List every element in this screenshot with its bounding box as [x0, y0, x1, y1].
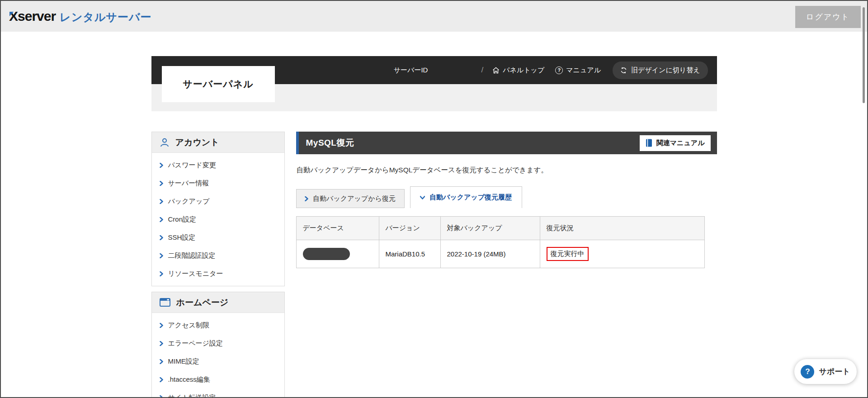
chevron-right-icon — [305, 196, 308, 201]
manual-link[interactable]: ? マニュアル — [555, 66, 601, 75]
chevron-right-icon — [160, 323, 163, 328]
xserver-logo[interactable]: Xserver レンタルサーバー — [9, 9, 151, 24]
question-icon: ? — [801, 365, 814, 379]
sidebar-item-label: .htaccess編集 — [168, 375, 210, 384]
logo-x-accent — [9, 12, 14, 16]
sidebar-item-cron[interactable]: Cron設定 — [152, 210, 284, 228]
sidebar-item-label: リソースモニター — [168, 270, 223, 278]
sidebar-item-label: エラーページ設定 — [168, 339, 223, 348]
chevron-right-icon — [160, 341, 163, 346]
sidebar-section-account: アカウント パスワード変更 サーバー情報 バックアッ — [151, 132, 285, 286]
page-title: MySQL復元 — [306, 137, 354, 149]
sidebar-item-mime[interactable]: MIME設定 — [152, 352, 284, 370]
nav-separator: / — [481, 66, 483, 75]
server-panel-title: サーバーパネル — [162, 66, 275, 102]
cell-target-backup: 2022-10-19 (24MB) — [440, 240, 540, 268]
cell-version: MariaDB10.5 — [379, 240, 440, 268]
chevron-right-icon — [160, 217, 163, 222]
sidebar-item-ssh[interactable]: SSH設定 — [152, 228, 284, 246]
cell-restore-status: 復元実行中 — [540, 240, 704, 268]
tab-label: 自動バックアップから復元 — [313, 194, 396, 203]
logout-button[interactable]: ログアウト — [795, 6, 861, 28]
panel-nav: サーバーID / パネルトップ ? マニュアル — [394, 62, 708, 79]
chevron-right-icon — [160, 235, 163, 240]
support-label: サポート — [819, 366, 850, 377]
switch-old-design-button[interactable]: 旧デザインに切り替え — [613, 62, 708, 79]
top-header: Xserver レンタルサーバー ログアウト — [1, 1, 867, 32]
chevron-right-icon — [160, 181, 163, 186]
chevron-right-icon — [160, 271, 163, 276]
sidebar-item-label: サーバー情報 — [168, 179, 209, 188]
sidebar-item-password-change[interactable]: パスワード変更 — [152, 156, 284, 174]
tab-restore-history[interactable]: 自動バックアップ復元履歴 — [410, 186, 522, 208]
status-badge: 復元実行中 — [547, 247, 589, 261]
chevron-down-icon — [420, 196, 425, 199]
chevron-right-icon — [160, 163, 163, 168]
logo-text-xserver: Xserver — [9, 9, 56, 24]
table-header-row: データベース バージョン 対象バックアップ 復元状況 — [296, 217, 704, 240]
sidebar-item-two-factor[interactable]: 二段階認証設定 — [152, 246, 284, 265]
sidebar-item-label: アクセス制限 — [168, 321, 209, 330]
sidebar-header-homepage: ホームページ — [152, 292, 284, 313]
column-header-target-backup: 対象バックアップ — [440, 217, 540, 240]
book-icon — [646, 139, 652, 147]
sidebar-item-label: サイト転送設定 — [168, 393, 216, 398]
panel-top-label: パネルトップ — [503, 66, 544, 75]
sidebar-item-label: SSH設定 — [168, 233, 196, 242]
sidebar-item-server-info[interactable]: サーバー情報 — [152, 174, 284, 192]
chevron-right-icon — [160, 199, 163, 204]
user-icon — [160, 137, 170, 147]
column-header-database: データベース — [296, 217, 379, 240]
sidebar-header-account: アカウント — [152, 132, 284, 153]
table-row: MariaDB10.5 2022-10-19 (24MB) 復元実行中 — [296, 240, 704, 268]
sidebar-item-list: アクセス制限 エラーページ設定 MIME設定 .htaccess編集 — [152, 313, 284, 398]
sidebar-item-list: パスワード変更 サーバー情報 バックアップ Cron設定 — [152, 153, 284, 286]
column-header-version: バージョン — [379, 217, 440, 240]
switch-old-design-label: 旧デザインに切り替え — [631, 66, 700, 75]
related-manual-label: 関連マニュアル — [656, 139, 705, 147]
panel-nav-bar: サーバーパネル サーバーID / パネルトップ — [151, 56, 717, 84]
sidebar-item-site-transfer[interactable]: サイト転送設定 — [152, 389, 284, 398]
page-title-bar: MySQL復元 関連マニュアル — [296, 132, 717, 154]
tab-label: 自動バックアップ復元履歴 — [429, 193, 512, 202]
tab-bar: 自動バックアップから復元 自動バックアップ復元履歴 — [296, 186, 717, 208]
server-panel-header: サーバーパネル サーバーID / パネルトップ — [151, 56, 717, 111]
scrollbar[interactable] — [863, 7, 865, 103]
manual-label: マニュアル — [566, 66, 601, 75]
sidebar-header-label: ホームページ — [176, 297, 229, 308]
sidebar-header-label: アカウント — [175, 137, 219, 148]
sidebar-item-label: バックアップ — [168, 197, 210, 206]
sidebar: アカウント パスワード変更 サーバー情報 バックアッ — [151, 132, 285, 398]
support-button[interactable]: ? サポート — [794, 359, 857, 384]
column-header-restore-status: 復元状況 — [540, 217, 704, 240]
chevron-right-icon — [160, 377, 163, 382]
question-icon: ? — [555, 66, 563, 74]
sidebar-item-htaccess[interactable]: .htaccess編集 — [152, 370, 284, 389]
browser-icon — [160, 298, 170, 307]
page-description: 自動バックアップデータからMySQLデータベースを復元することができます。 — [297, 165, 717, 175]
tab-restore-from-backup[interactable]: 自動バックアップから復元 — [296, 189, 405, 208]
sidebar-item-label: Cron設定 — [168, 215, 197, 224]
sidebar-section-homepage: ホームページ アクセス制限 エラーページ設定 MIM — [151, 292, 285, 398]
browser-window: Xserver レンタルサーバー ログアウト サーバーパネル サーバーID / — [0, 0, 868, 398]
logo-text-rental-server: レンタルサーバー — [60, 10, 151, 24]
sidebar-item-label: MIME設定 — [168, 357, 199, 366]
sidebar-item-backup[interactable]: バックアップ — [152, 192, 284, 210]
chevron-right-icon — [160, 359, 163, 364]
sidebar-item-error-page[interactable]: エラーページ設定 — [152, 334, 284, 352]
chevron-right-icon — [160, 395, 163, 398]
sidebar-item-label: パスワード変更 — [168, 161, 216, 170]
chevron-right-icon — [160, 253, 163, 258]
sidebar-item-access-restriction[interactable]: アクセス制限 — [152, 316, 284, 334]
database-name-redacted — [303, 248, 350, 260]
restore-history-table: データベース バージョン 対象バックアップ 復元状況 MariaDB10.5 2… — [296, 216, 705, 268]
panel-container: サーバーパネル サーバーID / パネルトップ — [151, 56, 717, 398]
server-id-label: サーバーID — [394, 66, 428, 75]
home-icon — [492, 67, 500, 74]
related-manual-button[interactable]: 関連マニュアル — [640, 135, 711, 151]
cell-database — [296, 240, 379, 268]
sidebar-item-resource-monitor[interactable]: リソースモニター — [152, 265, 284, 283]
refresh-icon — [620, 67, 627, 74]
panel-top-link[interactable]: パネルトップ — [492, 66, 544, 75]
sidebar-item-label: 二段階認証設定 — [168, 251, 216, 260]
